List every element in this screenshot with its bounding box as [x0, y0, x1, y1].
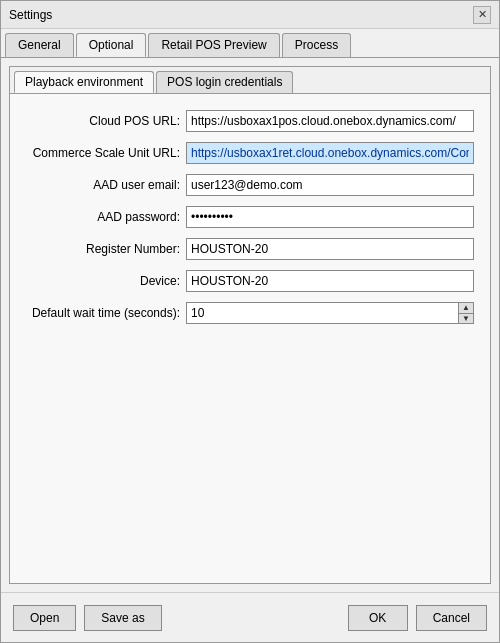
footer-right-buttons: OK Cancel [348, 605, 487, 631]
spin-buttons: ▲ ▼ [458, 302, 474, 324]
default-wait-time-spinbox: ▲ ▼ [186, 302, 474, 324]
device-label: Device: [26, 274, 186, 288]
tab-retail-pos-preview[interactable]: Retail POS Preview [148, 33, 279, 57]
cloud-pos-url-input[interactable] [186, 110, 474, 132]
open-button[interactable]: Open [13, 605, 76, 631]
tab-playback-environment[interactable]: Playback environment [14, 71, 154, 93]
spin-down-button[interactable]: ▼ [459, 314, 473, 324]
aad-password-label: AAD password: [26, 210, 186, 224]
register-number-row: Register Number: [26, 238, 474, 260]
register-number-input[interactable] [186, 238, 474, 260]
register-number-label: Register Number: [26, 242, 186, 256]
default-wait-time-input[interactable] [186, 302, 458, 324]
spin-up-button[interactable]: ▲ [459, 303, 473, 314]
form-area: Cloud POS URL: Commerce Scale Unit URL: … [10, 94, 490, 583]
close-button[interactable]: ✕ [473, 6, 491, 24]
commerce-scale-unit-url-input[interactable] [186, 142, 474, 164]
ok-button[interactable]: OK [348, 605, 408, 631]
footer-left-buttons: Open Save as [13, 605, 162, 631]
cloud-pos-url-label: Cloud POS URL: [26, 114, 186, 128]
settings-window: Settings ✕ General Optional Retail POS P… [0, 0, 500, 643]
tab-optional[interactable]: Optional [76, 33, 147, 57]
aad-password-row: AAD password: [26, 206, 474, 228]
inner-panel: Playback environment POS login credentia… [9, 66, 491, 584]
tab-general[interactable]: General [5, 33, 74, 57]
inner-tab-bar: Playback environment POS login credentia… [10, 67, 490, 94]
window-title: Settings [9, 8, 52, 22]
commerce-scale-unit-url-label: Commerce Scale Unit URL: [26, 146, 186, 160]
cancel-button[interactable]: Cancel [416, 605, 487, 631]
aad-user-email-label: AAD user email: [26, 178, 186, 192]
default-wait-time-label: Default wait time (seconds): [26, 306, 186, 320]
tab-pos-login-credentials[interactable]: POS login credentials [156, 71, 293, 93]
device-row: Device: [26, 270, 474, 292]
aad-password-input[interactable] [186, 206, 474, 228]
aad-user-email-input[interactable] [186, 174, 474, 196]
tab-process[interactable]: Process [282, 33, 351, 57]
aad-user-email-row: AAD user email: [26, 174, 474, 196]
top-tab-bar: General Optional Retail POS Preview Proc… [1, 29, 499, 58]
device-input[interactable] [186, 270, 474, 292]
commerce-scale-unit-url-row: Commerce Scale Unit URL: [26, 142, 474, 164]
save-as-button[interactable]: Save as [84, 605, 161, 631]
cloud-pos-url-row: Cloud POS URL: [26, 110, 474, 132]
title-bar: Settings ✕ [1, 1, 499, 29]
default-wait-time-row: Default wait time (seconds): ▲ ▼ [26, 302, 474, 324]
content-area: Playback environment POS login credentia… [1, 58, 499, 592]
footer: Open Save as OK Cancel [1, 592, 499, 642]
